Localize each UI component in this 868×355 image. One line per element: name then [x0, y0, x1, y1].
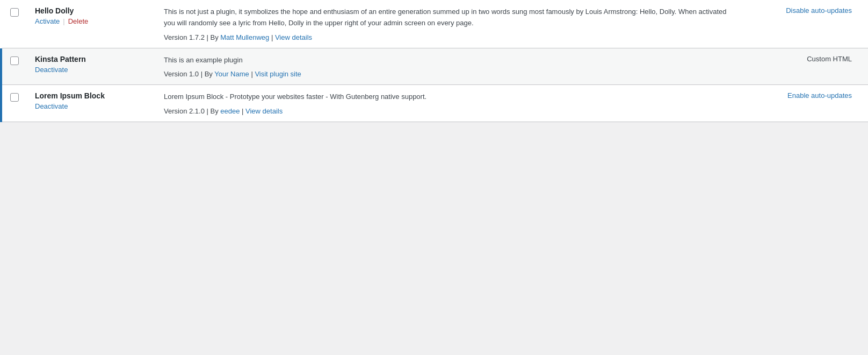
- plugin-autoupdate-lorem-ipsum-block[interactable]: Enable auto-updates: [787, 91, 852, 100]
- plugin-actions-lorem-ipsum-block: Deactivate: [35, 102, 148, 110]
- plugin-name-lorem-ipsum-block: Lorem Ipsum Block: [35, 91, 148, 100]
- plugin-meta-kinsta-pattern: Version 1.0 | By Your Name | Visit plugi…: [164, 70, 731, 78]
- plugin-checkbox-hello-dolly[interactable]: [10, 8, 19, 17]
- plugin-meta-lorem-ipsum-block: Version 2.1.0 | By eedee | View details: [164, 107, 731, 115]
- plugin-row-lorem-ipsum-block: Lorem Ipsum BlockDeactivateLorem Ipsum B…: [1, 85, 868, 122]
- plugin-description-lorem-ipsum-block: Lorem Ipsum Block - Prototype your websi…: [164, 91, 731, 103]
- plugin-row-kinsta-pattern: Kinsta PatternDeactivateThis is an examp…: [1, 48, 868, 85]
- plugin-name-hello-dolly: Hello Dolly: [35, 6, 148, 15]
- action-separator: |: [63, 17, 64, 25]
- action-activate-hello-dolly[interactable]: Activate: [35, 17, 60, 25]
- plugin-autoupdate-kinsta-pattern: Custom HTML: [807, 55, 852, 63]
- action-deactivate-lorem-ipsum-block[interactable]: Deactivate: [35, 102, 68, 110]
- plugin-details-kinsta-pattern[interactable]: Visit plugin site: [255, 70, 301, 78]
- plugin-author-hello-dolly[interactable]: Matt Mullenweg: [220, 33, 269, 41]
- plugin-actions-hello-dolly: Activate|Delete: [35, 17, 148, 25]
- plugin-checkbox-kinsta-pattern[interactable]: [10, 56, 19, 65]
- plugin-details-hello-dolly[interactable]: View details: [275, 33, 312, 41]
- plugin-checkbox-lorem-ipsum-block[interactable]: [10, 93, 19, 102]
- action-deactivate-kinsta-pattern[interactable]: Deactivate: [35, 66, 68, 74]
- plugin-description-kinsta-pattern: This is an example plugin: [164, 55, 731, 66]
- plugin-description-hello-dolly: This is not just a plugin, it symbolizes…: [164, 6, 731, 29]
- action-delete-hello-dolly[interactable]: Delete: [68, 17, 89, 25]
- plugin-meta-hello-dolly: Version 1.7.2 | By Matt Mullenweg | View…: [164, 33, 731, 41]
- plugins-table: Hello DollyActivate|DeleteThis is not ju…: [0, 0, 868, 122]
- plugin-name-kinsta-pattern: Kinsta Pattern: [35, 55, 148, 63]
- plugin-details-lorem-ipsum-block[interactable]: View details: [245, 107, 283, 115]
- plugin-autoupdate-hello-dolly[interactable]: Disable auto-updates: [786, 6, 852, 15]
- plugin-author-lorem-ipsum-block[interactable]: eedee: [220, 107, 240, 115]
- plugin-actions-kinsta-pattern: Deactivate: [35, 66, 148, 74]
- plugin-row-hello-dolly: Hello DollyActivate|DeleteThis is not ju…: [1, 0, 868, 48]
- plugin-author-kinsta-pattern[interactable]: Your Name: [214, 70, 249, 78]
